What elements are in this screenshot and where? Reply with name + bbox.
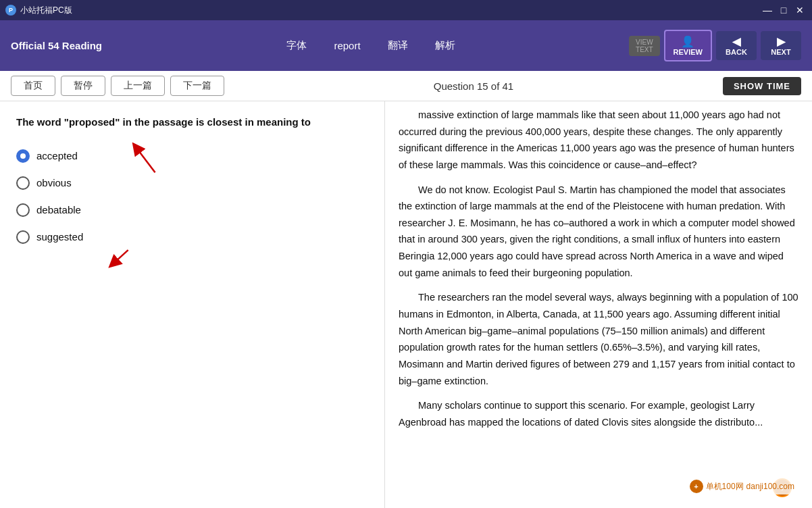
watermark: + 单机100网 danji100.com	[686, 478, 798, 494]
back-button[interactable]: ◀ BACK	[716, 31, 757, 60]
option-obvious-label: obvious	[36, 177, 72, 188]
radio-accepted-inner	[20, 153, 26, 159]
close-button[interactable]: ✕	[793, 3, 807, 17]
next-passage-button[interactable]: 下一篇	[170, 76, 224, 96]
radio-accepted[interactable]	[16, 149, 30, 163]
home-button[interactable]: 首页	[11, 76, 55, 96]
minimize-button[interactable]: —	[761, 3, 774, 17]
review-label: REVIEW	[674, 48, 703, 56]
review-button[interactable]: 👤 REVIEW	[664, 30, 712, 61]
radio-suggested[interactable]	[16, 230, 30, 244]
analysis-button[interactable]: 解析	[424, 35, 466, 56]
right-panel[interactable]: massive extinction of large mammals like…	[385, 101, 812, 508]
back-label: BACK	[726, 48, 747, 56]
action-buttons: VIEWTEXT 👤 REVIEW ◀ BACK ▶ NEXT	[629, 30, 801, 61]
left-panel: The word "proposed" in the passage is cl…	[0, 101, 385, 508]
option-debatable-label: debatable	[36, 204, 81, 215]
svg-line-1	[113, 250, 128, 263]
pause-button[interactable]: 暂停	[61, 76, 105, 96]
prev-button[interactable]: 上一篇	[111, 76, 165, 96]
review-icon: 👤	[681, 35, 694, 48]
next-label: NEXT	[771, 48, 790, 56]
option-suggested[interactable]: suggested	[16, 230, 368, 244]
option-debatable[interactable]: debatable	[16, 203, 368, 217]
reading-title: Official 54 Reading	[11, 40, 102, 51]
show-time-button[interactable]: SHOW TIME	[723, 77, 801, 95]
app-icon: P	[5, 5, 16, 16]
radio-obvious[interactable]	[16, 176, 30, 190]
report-button[interactable]: report	[323, 36, 371, 55]
nav-center: 字体 report 翻译 解析	[121, 35, 621, 56]
back-arrow-icon: ◀	[732, 35, 740, 48]
next-button[interactable]: ▶ NEXT	[761, 31, 801, 60]
radio-debatable[interactable]	[16, 203, 30, 217]
passage-para-1: massive extinction of large mammals like…	[399, 107, 798, 174]
font-button[interactable]: 字体	[276, 35, 318, 56]
options-list: accepted obvious debatable suggested	[16, 149, 368, 244]
option-obvious[interactable]: obvious	[16, 176, 368, 190]
app-title-text: 小站托福PC版	[20, 5, 72, 16]
watermark-url: danji100.com	[746, 482, 794, 491]
view-text-label: VIEWTEXT	[636, 39, 653, 53]
main-content: The word "proposed" in the passage is cl…	[0, 101, 812, 508]
view-text-button[interactable]: VIEWTEXT	[629, 36, 660, 56]
option-accepted[interactable]: accepted	[16, 149, 368, 163]
secondary-nav: 首页 暂停 上一篇 下一篇 Question 15 of 41 SHOW TIM…	[0, 71, 812, 101]
passage-text: massive extinction of large mammals like…	[399, 107, 798, 431]
option-suggested-label: suggested	[36, 231, 83, 243]
passage-para-4: Many scholars continue to support this s…	[399, 397, 798, 430]
watermark-icon: +	[690, 480, 703, 493]
title-bar-controls[interactable]: — □ ✕	[761, 3, 807, 17]
top-nav: Official 54 Reading 字体 report 翻译 解析 VIEW…	[0, 20, 812, 71]
watermark-text: 单机100网	[706, 481, 744, 492]
next-arrow-icon: ▶	[777, 35, 785, 48]
option-accepted-label: accepted	[36, 150, 78, 161]
question-counter: Question 15 of 41	[230, 80, 717, 92]
question-text: The word "proposed" in the passage is cl…	[16, 115, 368, 130]
title-bar-left: P 小站托福PC版	[5, 5, 72, 16]
maximize-button[interactable]: □	[777, 3, 790, 17]
passage-para-2: We do not know. Ecologist Paul S. Martin…	[399, 182, 798, 282]
translate-button[interactable]: 翻译	[377, 35, 419, 56]
passage-para-3: The researchers ran the model several wa…	[399, 289, 798, 389]
title-bar: P 小站托福PC版 — □ ✕	[0, 0, 812, 20]
